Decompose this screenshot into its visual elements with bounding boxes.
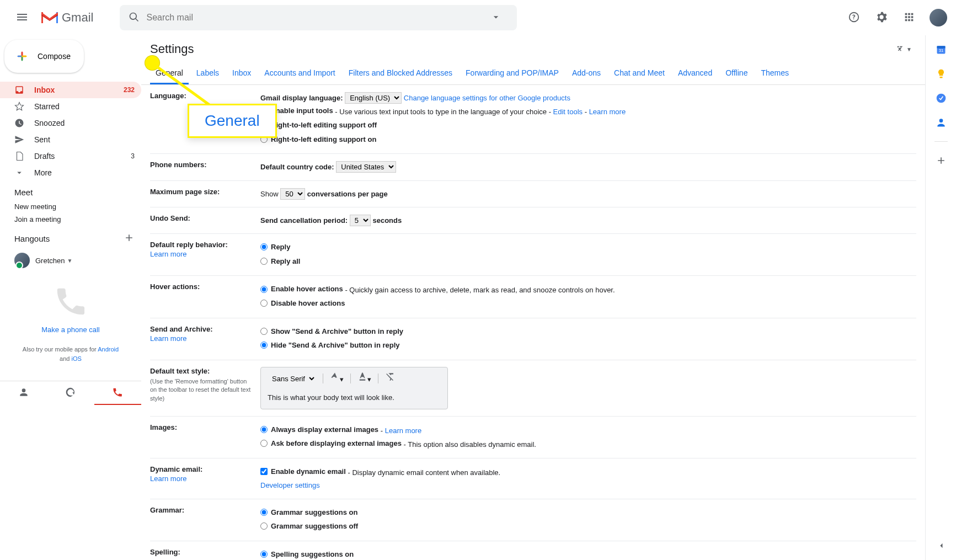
caret-icon: ▼ xyxy=(67,258,72,264)
search-icon xyxy=(129,12,146,24)
phone-section: Make a phone call Also try our mobile ap… xyxy=(0,273,141,374)
settings-icon[interactable] xyxy=(870,6,893,30)
learn-more-link[interactable]: Learn more xyxy=(150,334,252,343)
setting-reply-behavior: Default reply behavior: Learn more Reply… xyxy=(150,234,916,276)
sidebar-item-snoozed[interactable]: Snoozed xyxy=(0,115,141,131)
spelling-on-radio[interactable]: Spelling suggestions on xyxy=(260,548,354,560)
tasks-addon-icon[interactable] xyxy=(936,93,947,104)
show-send-archive-radio[interactable]: Show "Send & Archive" button in reply xyxy=(260,325,403,338)
page-size-select[interactable]: 50 xyxy=(280,188,305,200)
setting-dynamic-email: Dynamic email: Learn more Enable dynamic… xyxy=(150,458,916,499)
country-code-select[interactable]: United States xyxy=(336,161,396,173)
learn-more-link[interactable]: Learn more xyxy=(385,426,421,435)
compose-label: Compose xyxy=(38,52,71,61)
hangouts-tab-icon[interactable] xyxy=(47,381,94,405)
calendar-addon-icon[interactable]: 31 xyxy=(936,44,947,55)
learn-more-link[interactable]: Learn more xyxy=(150,250,252,258)
svg-point-4 xyxy=(939,119,943,122)
setting-language: Language: Gmail display language: Englis… xyxy=(150,85,916,154)
setting-page-size: Maximum page size: Show 50 conversations… xyxy=(150,181,916,207)
always-display-radio[interactable]: Always display external images xyxy=(260,423,378,436)
hangouts-user[interactable]: Gretchen ▼ xyxy=(0,248,141,273)
join-meeting-link[interactable]: Join a meeting xyxy=(0,213,141,226)
make-phone-call-link[interactable]: Make a phone call xyxy=(41,326,100,334)
font-size-icon[interactable]: ▾ xyxy=(330,372,344,386)
tab-inbox[interactable]: Inbox xyxy=(227,63,257,84)
reply-radio[interactable]: Reply xyxy=(260,241,290,253)
tab-labels[interactable]: Labels xyxy=(191,63,225,84)
text-color-icon[interactable]: ▾ xyxy=(357,372,371,386)
tab-offline[interactable]: Offline xyxy=(720,63,753,84)
content: Settings ▼ General Labels Inbox Accounts… xyxy=(141,35,956,560)
tab-themes[interactable]: Themes xyxy=(755,63,794,84)
search-input[interactable] xyxy=(146,13,490,23)
setting-spelling: Spelling: Spelling suggestions on Spelli… xyxy=(150,541,916,560)
font-family-select[interactable]: Sans Serif xyxy=(268,374,316,384)
sidebar-item-starred[interactable]: Starred xyxy=(0,98,141,115)
disable-hover-radio[interactable]: Disable hover actions xyxy=(260,297,345,310)
hide-send-archive-radio[interactable]: Hide "Send & Archive" button in reply xyxy=(260,339,400,351)
gmail-language-select[interactable]: English (US) xyxy=(345,92,402,104)
header: Gmail xyxy=(0,0,956,35)
tab-filters[interactable]: Filters and Blocked Addresses xyxy=(343,63,458,84)
enable-hover-radio[interactable]: Enable hover actions xyxy=(260,282,343,295)
sidebar-item-label: Drafts xyxy=(34,152,55,161)
support-icon[interactable] xyxy=(842,6,866,30)
account-avatar[interactable] xyxy=(930,9,947,26)
settings-tabs: General Labels Inbox Accounts and Import… xyxy=(141,63,925,85)
tab-accounts[interactable]: Accounts and Import xyxy=(259,63,340,84)
new-meeting-link[interactable]: New meeting xyxy=(0,200,141,213)
contacts-tab-icon[interactable] xyxy=(0,381,47,405)
hangouts-header: Hangouts xyxy=(0,226,141,248)
learn-more-link[interactable]: Learn more xyxy=(150,474,252,483)
enable-dynamic-checkbox[interactable]: Enable dynamic email xyxy=(260,465,346,478)
header-actions xyxy=(842,6,947,30)
text-style-preview-box: Sans Serif ▾ ▾ xyxy=(260,367,448,409)
phone-tab-icon[interactable] xyxy=(94,381,141,405)
tab-general[interactable]: General xyxy=(150,63,189,84)
setting-grammar: Grammar: Grammar suggestions on Grammar … xyxy=(150,499,916,541)
enable-input-tools-checkbox[interactable]: Enable input tools xyxy=(260,104,333,117)
learn-more-link[interactable]: Learn more xyxy=(589,108,626,116)
change-language-link[interactable]: Change language settings for other Googl… xyxy=(404,94,570,102)
apps-icon[interactable] xyxy=(898,6,921,30)
tab-chat[interactable]: Chat and Meet xyxy=(608,63,670,84)
search-options-icon[interactable] xyxy=(490,12,508,24)
android-link[interactable]: Android xyxy=(98,346,119,353)
sidebar-item-more[interactable]: More xyxy=(0,164,141,181)
remove-format-icon[interactable] xyxy=(385,372,395,386)
contacts-addon-icon[interactable] xyxy=(936,117,947,128)
ios-link[interactable]: iOS xyxy=(72,355,82,362)
expand-rail-icon[interactable] xyxy=(936,540,947,551)
sidebar-item-drafts[interactable]: Drafts 3 xyxy=(0,148,141,164)
keep-addon-icon[interactable] xyxy=(936,68,947,79)
setting-hover-actions: Hover actions: Enable hover actions - Qu… xyxy=(150,276,916,318)
input-language-icon[interactable]: ▼ xyxy=(895,44,912,54)
sidebar-item-label: Starred xyxy=(34,102,60,111)
tab-advanced[interactable]: Advanced xyxy=(672,63,718,84)
sidebar-item-sent[interactable]: Sent xyxy=(0,131,141,148)
search-bar[interactable] xyxy=(120,5,517,30)
ask-display-radio[interactable]: Ask before displaying external images xyxy=(260,437,402,450)
logo-text: Gmail xyxy=(62,10,93,25)
nav-list: Inbox 232 Starred Snoozed Sent Drafts 3 xyxy=(0,82,141,181)
undo-period-select[interactable]: 5 xyxy=(350,215,371,226)
main-menu-icon[interactable] xyxy=(9,4,35,32)
tab-addons[interactable]: Add-ons xyxy=(567,63,606,84)
sidebar-item-label: Sent xyxy=(34,135,50,144)
sidebar-item-inbox[interactable]: Inbox 232 xyxy=(0,82,141,98)
inbox-count: 232 xyxy=(124,86,135,94)
rtl-on-radio[interactable]: Right-to-left editing support on xyxy=(260,133,376,146)
get-addons-icon[interactable] xyxy=(936,155,947,166)
edit-tools-link[interactable]: Edit tools xyxy=(553,108,583,116)
add-hangout-icon[interactable] xyxy=(124,232,135,245)
grammar-on-radio[interactable]: Grammar suggestions on xyxy=(260,506,357,519)
rtl-off-radio[interactable]: Right-to-left editing support off xyxy=(260,119,377,131)
developer-settings-link[interactable]: Developer settings xyxy=(260,481,320,489)
compose-button[interactable]: Compose xyxy=(4,40,84,73)
tab-forwarding[interactable]: Forwarding and POP/IMAP xyxy=(460,63,564,84)
grammar-off-radio[interactable]: Grammar suggestions off xyxy=(260,520,358,532)
setting-send-archive: Send and Archive: Learn more Show "Send … xyxy=(150,318,916,360)
gmail-logo[interactable]: Gmail xyxy=(40,10,93,25)
reply-all-radio[interactable]: Reply all xyxy=(260,255,300,268)
